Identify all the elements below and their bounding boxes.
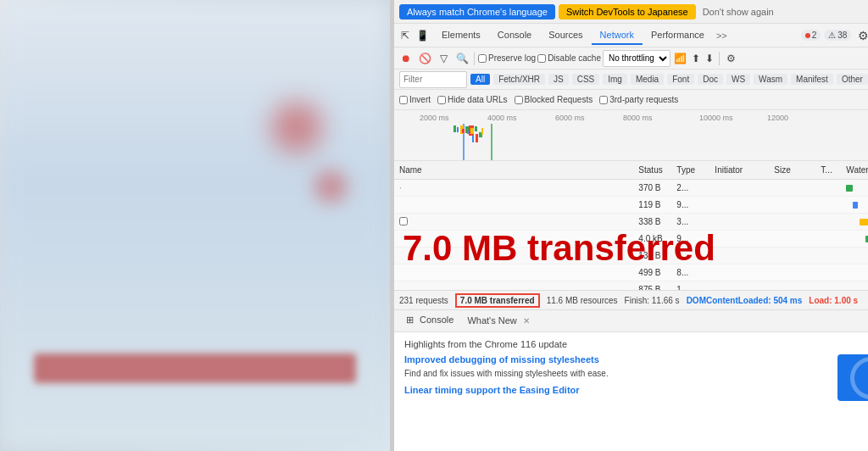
language-bar: Always match Chrome's language Switch De…: [394, 0, 868, 24]
blurred-page-preview: [0, 0, 390, 451]
row-status: 499 B: [637, 268, 675, 277]
type-column-header[interactable]: Type: [675, 165, 713, 175]
disable-cache-label: Disable cache: [537, 53, 601, 63]
dom-content-loaded: DOMContentLoaded: 504 ms: [687, 296, 803, 305]
svg-rect-4: [462, 129, 465, 133]
tick-2000: 2000 ms: [420, 114, 449, 122]
status-column-header[interactable]: Status: [637, 165, 675, 175]
settings-icon[interactable]: ⚙: [854, 27, 868, 44]
table-row[interactable]: · 370 B 2...: [394, 180, 868, 197]
warning-badge: ⚠ 38: [824, 30, 851, 41]
third-party-checkbox[interactable]: [599, 96, 608, 104]
svg-rect-8: [470, 128, 474, 134]
waterfall-timeline: 2000 ms 4000 ms 6000 ms 8000 ms 10000 ms…: [394, 110, 868, 161]
filter-ws[interactable]: WS: [726, 74, 750, 85]
throttle-select[interactable]: No throttling: [603, 50, 670, 67]
network-status-bar: 231 requests 7.0 MB transferred 11.6 MB …: [394, 290, 868, 310]
invert-label: Invert: [399, 95, 431, 104]
filter-js[interactable]: JS: [548, 74, 569, 85]
whats-new-content: Improved debugging of missing stylesheet…: [404, 354, 868, 401]
time-column-header[interactable]: T...: [819, 165, 844, 175]
preserve-log-label: Preserve log: [478, 53, 536, 63]
devtools-panel: Always match Chrome's language Switch De…: [393, 0, 868, 451]
row-checkbox[interactable]: [399, 217, 408, 226]
row-name: [398, 217, 637, 227]
switch-japanese-button[interactable]: Switch DevTools to Japanese: [559, 4, 696, 19]
devtools-tab-bar: ⇱ 📱 Elements Console Sources Network Per…: [394, 24, 868, 47]
thumb-circle-graphic: [850, 357, 868, 399]
download-icon[interactable]: ⬇: [704, 53, 715, 64]
table-row[interactable]: 119 B 9...: [394, 197, 868, 214]
tab-sources[interactable]: Sources: [540, 26, 591, 45]
filter-wasm[interactable]: Wasm: [754, 74, 787, 85]
row-waterfall: [844, 182, 868, 194]
request-count: 231 requests: [399, 296, 448, 305]
filter-font[interactable]: Font: [667, 74, 694, 85]
tab-elements[interactable]: Elements: [433, 26, 489, 45]
third-party-label: 3rd-party requests: [599, 95, 678, 104]
row-waterfall: [844, 216, 868, 228]
table-row[interactable]: 499 B 8...: [394, 264, 868, 281]
row-type: 3...: [675, 217, 713, 226]
preserve-log-checkbox[interactable]: [478, 54, 487, 63]
row-status: 119 B: [637, 200, 675, 209]
disable-cache-checkbox[interactable]: [537, 54, 546, 63]
device-icon[interactable]: 📱: [415, 28, 430, 43]
whats-new-text: Improved debugging of missing stylesheet…: [404, 354, 831, 401]
hide-data-urls-checkbox[interactable]: [437, 96, 446, 104]
svg-rect-13: [481, 128, 483, 135]
match-language-button[interactable]: Always match Chrome's language: [399, 4, 555, 19]
upload-icon[interactable]: ⬆: [690, 53, 702, 64]
easing-editor-link[interactable]: Linear timing support the Easing Editor: [404, 385, 831, 395]
tab-whats-new[interactable]: What's New ✕: [460, 312, 536, 331]
record-button[interactable]: ⏺: [398, 50, 415, 67]
size-column-header[interactable]: Size: [772, 165, 819, 175]
wifi-icon[interactable]: 📶: [672, 53, 688, 64]
cursor-icon[interactable]: ⇱: [398, 28, 413, 43]
row-waterfall: [844, 233, 868, 245]
filter-img[interactable]: Img: [603, 74, 627, 85]
row-type: 2...: [675, 183, 713, 192]
toolbar-separator: [474, 52, 475, 65]
tab-console-bottom[interactable]: ⊞ Console: [399, 311, 460, 331]
waterfall-column-header[interactable]: Waterfall: [844, 165, 868, 175]
table-row[interactable]: 4.0 kB 9...: [394, 231, 868, 248]
resources-size: 11.6 MB resources: [547, 296, 618, 305]
invert-checkbox[interactable]: [399, 96, 408, 104]
tick-6000: 6000 ms: [555, 114, 585, 122]
filter-other[interactable]: Other: [837, 74, 868, 85]
initiator-column-header[interactable]: Initiator: [713, 165, 772, 175]
filter-input[interactable]: [399, 71, 467, 88]
whats-new-panel: Highlights from the Chrome 116 update Im…: [394, 332, 868, 451]
whats-new-close-icon[interactable]: ✕: [523, 316, 530, 326]
tab-more-button[interactable]: >>: [713, 31, 731, 41]
tick-4000: 4000 ms: [487, 114, 517, 122]
filter-all[interactable]: All: [470, 74, 490, 85]
tab-network[interactable]: Network: [592, 26, 643, 45]
toolbar-separator2: [719, 52, 720, 65]
tab-console[interactable]: Console: [489, 26, 540, 45]
row-name: ·: [398, 183, 637, 192]
table-row[interactable]: 134 B 9...: [394, 248, 868, 264]
name-column-header[interactable]: Name: [398, 165, 637, 175]
network-toolbar: ⏺ 🚫 ▽ 🔍 Preserve log Disable cache No th…: [394, 47, 868, 70]
clear-button[interactable]: 🚫: [416, 50, 433, 67]
table-row[interactable]: 875 B 1...: [394, 281, 868, 290]
search-icon[interactable]: 🔍: [453, 50, 470, 67]
bottom-panel-tabs: ⊞ Console What's New ✕ ✕: [394, 310, 868, 332]
filter-fetch-xhr[interactable]: Fetch/XHR: [493, 74, 545, 85]
transferred-highlight: 7.0 MB transferred: [455, 293, 540, 308]
filter-media[interactable]: Media: [631, 74, 664, 85]
filter-icon[interactable]: ▽: [435, 50, 452, 67]
whats-new-thumbnail[interactable]: new: [837, 354, 868, 401]
filter-manifest[interactable]: Manifest: [791, 74, 833, 85]
tab-performance[interactable]: Performance: [643, 26, 713, 45]
blocked-requests-checkbox[interactable]: [515, 96, 523, 104]
dismiss-link[interactable]: Don't show again: [703, 7, 774, 17]
filter-doc[interactable]: Doc: [698, 74, 723, 85]
row-type: 9...: [675, 234, 713, 243]
missing-stylesheets-link[interactable]: Improved debugging of missing stylesheet…: [404, 354, 831, 365]
table-row[interactable]: 338 B 3...: [394, 214, 868, 231]
filter-css[interactable]: CSS: [572, 74, 600, 85]
network-settings-icon[interactable]: ⚙: [723, 50, 740, 67]
